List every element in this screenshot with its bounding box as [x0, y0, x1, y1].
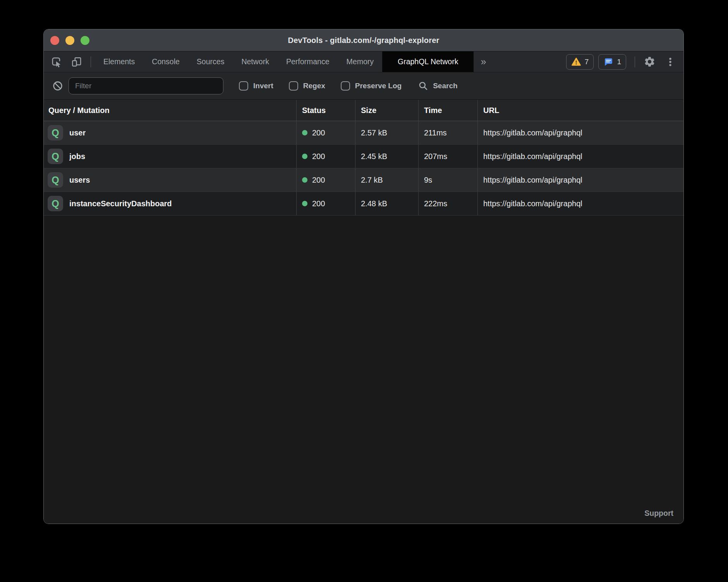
network-filter-toolbar: Invert Regex Preserve Log Search	[44, 72, 683, 100]
regex-label: Regex	[303, 82, 325, 90]
query-name: instanceSecurityDashboard	[69, 199, 172, 208]
status-code: 200	[312, 152, 325, 161]
device-toolbar-icon	[71, 56, 82, 68]
tab-sources[interactable]: Sources	[188, 51, 233, 72]
status-ok-dot	[302, 154, 307, 159]
window-title: DevTools - gitlab.com/-/graphql-explorer	[44, 36, 683, 45]
preserve-log-checkbox[interactable]	[341, 81, 350, 91]
table-row[interactable]: Q jobs 200 2.45 kB 207ms https://gitlab.…	[44, 145, 683, 168]
filter-input[interactable]	[69, 77, 223, 94]
issues-count: 1	[617, 58, 621, 66]
invert-checkbox[interactable]	[239, 81, 248, 91]
column-header-url[interactable]: URL	[478, 100, 683, 121]
toolbar-divider	[91, 56, 91, 67]
kebab-menu-icon	[665, 56, 676, 67]
response-time: 222ms	[419, 192, 478, 215]
column-header-status[interactable]: Status	[297, 100, 355, 121]
request-url: https://gitlab.com/api/graphql	[478, 145, 683, 168]
message-bubble-icon	[603, 57, 613, 67]
toggle-device-toolbar-button[interactable]	[67, 51, 87, 72]
clear-log-button[interactable]	[44, 80, 69, 91]
tab-console[interactable]: Console	[143, 51, 188, 72]
more-tabs-button[interactable]: »	[474, 51, 493, 72]
query-name: jobs	[69, 152, 85, 161]
table-row[interactable]: Q instanceSecurityDashboard 200 2.48 kB …	[44, 192, 683, 216]
tab-graphql-network[interactable]: GraphQL Network	[382, 51, 474, 72]
response-time: 9s	[419, 168, 478, 192]
response-size: 2.45 kB	[355, 145, 419, 168]
response-time: 211ms	[419, 121, 478, 144]
regex-checkbox[interactable]	[289, 81, 298, 91]
query-type-badge: Q	[48, 196, 63, 211]
toolbar-divider	[635, 56, 635, 67]
status-ok-dot	[302, 177, 307, 183]
customize-devtools-button[interactable]	[660, 51, 683, 72]
query-type-badge: Q	[48, 125, 63, 140]
search-icon	[418, 80, 429, 91]
response-time: 207ms	[419, 145, 478, 168]
support-link[interactable]: Support	[644, 509, 673, 518]
warning-count: 7	[585, 58, 589, 66]
status-code: 200	[312, 176, 325, 185]
tabbar-spacer	[493, 51, 566, 72]
tab-memory[interactable]: Memory	[338, 51, 382, 72]
request-url: https://gitlab.com/api/graphql	[478, 121, 683, 144]
devtools-window: DevTools - gitlab.com/-/graphql-explorer…	[43, 29, 684, 524]
table-row[interactable]: Q users 200 2.7 kB 9s https://gitlab.com…	[44, 168, 683, 192]
settings-button[interactable]	[639, 51, 660, 72]
status-ok-dot	[302, 201, 307, 206]
warning-icon	[571, 57, 581, 67]
status-code: 200	[312, 128, 325, 137]
search-button[interactable]: Search	[418, 80, 457, 91]
response-size: 2.48 kB	[355, 192, 419, 215]
regex-checkbox-group[interactable]: Regex	[289, 81, 325, 91]
invert-checkbox-group[interactable]: Invert	[239, 81, 273, 91]
column-header-query-mutation[interactable]: Query / Mutation	[44, 100, 297, 121]
status-code: 200	[312, 199, 325, 208]
preserve-log-checkbox-group[interactable]: Preserve Log	[341, 81, 402, 91]
block-icon	[52, 80, 63, 91]
tab-network[interactable]: Network	[233, 51, 278, 72]
issues-badge[interactable]: 1	[598, 54, 626, 70]
table-header-row: Query / Mutation Status Size Time URL	[44, 100, 683, 121]
response-size: 2.7 kB	[355, 168, 419, 192]
invert-label: Invert	[253, 82, 273, 90]
request-url: https://gitlab.com/api/graphql	[478, 192, 683, 215]
query-name: user	[69, 128, 86, 137]
inspect-cursor-icon	[51, 56, 62, 68]
search-label: Search	[433, 82, 457, 90]
query-name: users	[69, 176, 90, 185]
tab-elements[interactable]: Elements	[95, 51, 143, 72]
devtools-tab-bar: Elements Console Sources Network Perform…	[44, 51, 683, 72]
inspect-element-button[interactable]	[44, 51, 67, 72]
status-ok-dot	[302, 130, 307, 135]
gear-icon	[644, 56, 656, 68]
response-size: 2.57 kB	[355, 121, 419, 144]
query-type-badge: Q	[48, 149, 63, 164]
preserve-log-label: Preserve Log	[355, 82, 402, 90]
request-url: https://gitlab.com/api/graphql	[478, 168, 683, 192]
column-header-time[interactable]: Time	[419, 100, 478, 121]
panel-empty-area: Support	[44, 216, 683, 524]
title-bar[interactable]: DevTools - gitlab.com/-/graphql-explorer	[44, 29, 683, 51]
tab-performance[interactable]: Performance	[278, 51, 338, 72]
warnings-badge[interactable]: 7	[566, 54, 594, 70]
query-type-badge: Q	[48, 172, 63, 188]
column-header-size[interactable]: Size	[355, 100, 419, 121]
table-row[interactable]: Q user 200 2.57 kB 211ms https://gitlab.…	[44, 121, 683, 145]
